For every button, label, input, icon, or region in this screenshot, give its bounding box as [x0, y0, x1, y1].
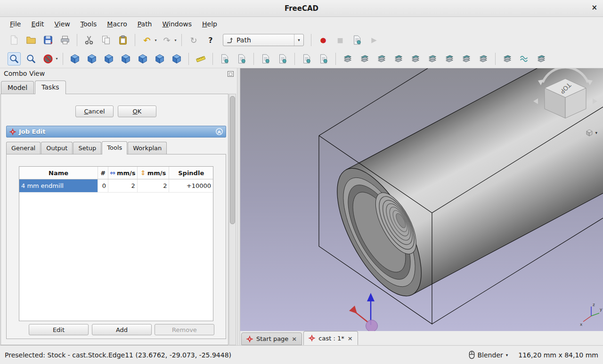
save-icon[interactable]: [41, 33, 55, 47]
path-deburr-icon[interactable]: [460, 52, 473, 65]
edit-button[interactable]: Edit: [29, 324, 89, 335]
path-export-template-icon[interactable]: [300, 52, 313, 65]
tab-setup[interactable]: Setup: [73, 142, 101, 154]
mouse-icon[interactable]: [469, 350, 475, 359]
combo-view-panel: Combo View Model Tasks Cancel OK Job Edi…: [0, 68, 237, 345]
tasks-scrollbar[interactable]: [229, 94, 236, 345]
path-inspect-gcode-icon[interactable]: [259, 52, 272, 65]
macro-record-icon[interactable]: ●: [317, 33, 330, 47]
menu-windows[interactable]: Windows: [157, 18, 197, 30]
print-icon[interactable]: [58, 33, 72, 47]
workbench-selector[interactable]: Path ▾: [223, 34, 304, 46]
path-helix-icon[interactable]: [409, 52, 422, 65]
add-button[interactable]: Add: [92, 324, 152, 335]
tab-workplan[interactable]: Workplan: [128, 142, 167, 154]
column-spindle[interactable]: Spindle: [169, 167, 213, 179]
measure-distance-icon[interactable]: [194, 52, 207, 65]
front-view-icon[interactable]: [85, 52, 98, 65]
whats-this-icon[interactable]: ?: [204, 33, 217, 47]
path-engrave-icon[interactable]: [443, 52, 456, 65]
bottom-view-icon[interactable]: [153, 52, 166, 65]
job-edit-header[interactable]: Job Edit: [6, 126, 226, 138]
fit-selection-icon[interactable]: [24, 52, 38, 65]
top-view-icon[interactable]: [102, 52, 115, 65]
macro-stop-icon[interactable]: ■: [334, 33, 347, 47]
tab-cast-document[interactable]: cast : 1* ×: [303, 331, 358, 345]
right-view-icon[interactable]: [119, 52, 132, 65]
cut-icon[interactable]: [82, 33, 96, 47]
dock-float-icon[interactable]: [228, 71, 234, 77]
fit-all-icon[interactable]: [8, 52, 21, 65]
redo-dropdown-icon[interactable]: ▾: [173, 38, 178, 42]
tab-start-page[interactable]: Start page ×: [241, 332, 302, 345]
path-surface-icon[interactable]: [518, 52, 531, 65]
path-face-icon[interactable]: [392, 52, 405, 65]
menu-help[interactable]: Help: [197, 18, 222, 30]
scrollbar-thumb[interactable]: [230, 96, 235, 224]
macro-edit-icon[interactable]: [350, 33, 364, 47]
refresh-icon[interactable]: ↻: [187, 33, 200, 47]
menu-view[interactable]: View: [49, 18, 75, 30]
path-array-icon[interactable]: [535, 52, 548, 65]
tab-tools[interactable]: Tools: [102, 141, 127, 154]
path-sanity-check-icon[interactable]: [317, 52, 330, 65]
nav-style-selector[interactable]: Blender: [478, 351, 503, 359]
left-view-icon[interactable]: [170, 52, 183, 65]
column-number[interactable]: #: [98, 167, 108, 179]
column-horizontal-feed[interactable]: ⇔mm/s: [108, 167, 138, 179]
nav-cube-menu[interactable]: ▾: [585, 129, 597, 137]
panel-splitter[interactable]: [237, 68, 240, 345]
window-close-icon[interactable]: ×: [591, 4, 597, 11]
path-profile-icon[interactable]: [341, 52, 354, 65]
tool-name-cell[interactable]: 4 mm endmill: [19, 179, 98, 192]
rear-view-icon[interactable]: [136, 52, 149, 65]
tab-model[interactable]: Model: [1, 81, 34, 94]
copy-icon[interactable]: [99, 33, 113, 47]
table-row[interactable]: 4 mm endmill 0 2 2 +10000: [19, 179, 213, 193]
collapse-icon[interactable]: [216, 128, 223, 135]
path-drilling-icon[interactable]: [375, 52, 388, 65]
tools-tab-panel: Name # ⇔mm/s ⇕mm/s Spindle 4 mm endmill …: [6, 154, 226, 339]
tab-output[interactable]: Output: [41, 142, 73, 154]
tool-hfeed-cell[interactable]: 2: [108, 179, 138, 192]
menu-tools[interactable]: Tools: [75, 18, 102, 30]
path-post-process-icon[interactable]: [235, 52, 248, 65]
path-simulator-icon[interactable]: [276, 52, 289, 65]
cancel-button[interactable]: Cancel: [75, 105, 114, 117]
tool-spindle-cell[interactable]: +10000: [169, 179, 213, 192]
open-document-icon[interactable]: [24, 33, 38, 47]
menu-edit[interactable]: Edit: [26, 18, 49, 30]
nav-cube-dropdown-icon[interactable]: ▾: [595, 130, 597, 135]
ok-button[interactable]: OK: [118, 105, 156, 117]
column-name[interactable]: Name: [19, 167, 98, 179]
axonometric-view-icon[interactable]: [68, 52, 81, 65]
tab-general[interactable]: General: [6, 142, 41, 154]
nav-style-dropdown-icon[interactable]: ▾: [506, 353, 508, 357]
paste-icon[interactable]: [116, 33, 130, 47]
menu-macro[interactable]: Macro: [102, 18, 132, 30]
column-vertical-feed[interactable]: ⇕mm/s: [138, 167, 170, 179]
undo-dropdown-icon[interactable]: ▾: [153, 38, 158, 42]
macro-play-icon[interactable]: ▶: [367, 33, 381, 47]
job-edit-title: Job Edit: [19, 128, 45, 135]
undo-icon[interactable]: ↶: [140, 33, 154, 47]
path-vcarve-icon[interactable]: [477, 52, 490, 65]
menu-path[interactable]: Path: [132, 18, 157, 30]
redo-icon[interactable]: ↷: [160, 33, 173, 47]
new-document-icon[interactable]: [8, 33, 21, 47]
path-adaptive-icon[interactable]: [426, 52, 439, 65]
draw-style-icon[interactable]: [41, 52, 55, 65]
path-job-icon[interactable]: [218, 52, 231, 65]
menu-file[interactable]: File: [5, 18, 26, 30]
tab-tasks[interactable]: Tasks: [35, 81, 66, 94]
3d-viewport[interactable]: TOP z x y ▾: [240, 68, 603, 331]
draw-style-dropdown-icon[interactable]: ▾: [54, 57, 59, 61]
path-dressup-icon[interactable]: [501, 52, 514, 65]
tab-close-icon[interactable]: ×: [292, 336, 297, 342]
tool-table: Name # ⇔mm/s ⇕mm/s Spindle 4 mm endmill …: [19, 166, 213, 321]
tool-number-cell[interactable]: 0: [98, 179, 108, 192]
tab-close-icon[interactable]: ×: [348, 335, 353, 341]
workbench-dropdown-icon[interactable]: ▾: [294, 34, 303, 46]
path-pocket-icon[interactable]: [358, 52, 371, 65]
tool-vfeed-cell[interactable]: 2: [138, 179, 170, 192]
